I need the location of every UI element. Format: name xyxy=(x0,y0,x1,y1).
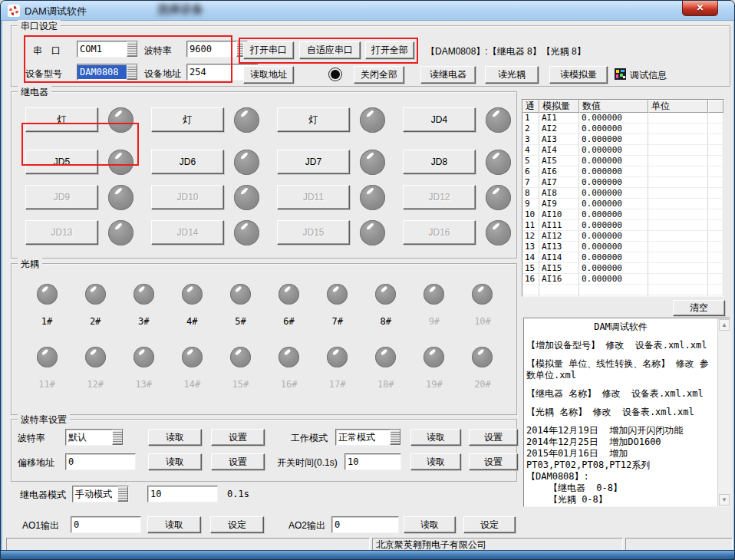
relay-button-6[interactable]: JD6 xyxy=(151,150,224,174)
relay-button-9[interactable]: JD9 xyxy=(25,185,98,209)
table-cell: 0.000000 xyxy=(579,113,648,124)
table-cell: 0.000000 xyxy=(579,209,648,220)
opto-label-3: 3# xyxy=(138,316,149,327)
read-analog-button[interactable]: 读模拟量 xyxy=(549,66,608,84)
auto-serial-button[interactable]: 自适应串口 xyxy=(299,41,361,59)
table-cell: 3 xyxy=(522,134,539,145)
opto-cell-15: 15# xyxy=(217,347,263,390)
offset-set-button[interactable]: 设置 xyxy=(211,453,265,470)
switch-time-input[interactable] xyxy=(344,453,401,470)
opto-cell-3: 3# xyxy=(120,284,166,327)
open-serial-button[interactable]: 打开串口 xyxy=(243,41,294,59)
table-row[interactable]: 14AI140.000000 xyxy=(522,252,723,263)
table-row[interactable]: 3AI30.000000 xyxy=(522,134,723,145)
opto-lamp-3 xyxy=(133,284,154,305)
table-cell: AI5 xyxy=(539,156,579,166)
relay-button-12[interactable]: JD12 xyxy=(403,185,476,209)
ao1-read-button[interactable]: 读取 xyxy=(147,516,201,533)
offset-read-button[interactable]: 读取 xyxy=(148,453,202,470)
table-row[interactable]: 2AI20.000000 xyxy=(522,124,723,134)
opto-cell-6: 6# xyxy=(266,284,312,327)
work-mode-select[interactable]: 正常模式 xyxy=(335,429,401,446)
relay-button-10[interactable]: JD10 xyxy=(151,185,224,209)
opto-lamp-12 xyxy=(85,347,106,367)
switch-read-button[interactable]: 读取 xyxy=(410,453,461,470)
table-row[interactable]: 1AI10.000000 xyxy=(522,113,723,124)
info-panel-scrollbar[interactable]: ▲ ▼ xyxy=(717,318,730,506)
table-row[interactable]: 15AI150.000000 xyxy=(522,263,723,274)
relay-button-13[interactable]: JD13 xyxy=(25,220,98,245)
close-all-button[interactable]: 关闭全部 xyxy=(354,66,404,84)
close-button[interactable]: ✕ xyxy=(682,1,718,16)
relay-mode-select[interactable]: 手动模式 xyxy=(72,486,129,502)
opto-lamp-17 xyxy=(327,347,348,367)
read-opto-button[interactable]: 读光耦 xyxy=(485,66,539,84)
relay-button-3[interactable]: 灯 xyxy=(277,107,350,132)
baud-set-button[interactable]: 设置 xyxy=(211,429,265,446)
baud-read-button[interactable]: 读取 xyxy=(148,429,202,446)
scroll-up-icon[interactable]: ▲ xyxy=(719,319,730,331)
relay-button-11[interactable]: JD11 xyxy=(277,185,350,209)
table-row[interactable]: 4AI40.000000 xyxy=(522,145,723,156)
table-row[interactable]: 13AI130.000000 xyxy=(522,242,723,252)
open-all-button[interactable]: 打开全部 xyxy=(365,41,414,59)
table-row[interactable]: 10AI100.000000 xyxy=(522,209,723,220)
relay-lamp-4 xyxy=(486,107,511,133)
table-cell: 13 xyxy=(522,242,539,252)
table-cell: 0.000000 xyxy=(579,134,648,145)
ao2-set-button[interactable]: 设定 xyxy=(463,516,516,533)
opto-label-18: 18# xyxy=(377,379,394,390)
table-row[interactable]: 16AI160.000000 xyxy=(522,274,723,285)
table-cell: 14 xyxy=(522,252,539,263)
relay-button-16[interactable]: JD16 xyxy=(403,220,476,245)
table-row[interactable]: 9AI90.000000 xyxy=(522,199,723,209)
table-cell xyxy=(648,295,708,297)
baud-setting-dropdown-icon[interactable] xyxy=(112,430,123,445)
switch-set-button[interactable]: 设置 xyxy=(469,453,518,470)
ao1-set-button[interactable]: 设定 xyxy=(210,516,264,533)
ao1-input[interactable] xyxy=(71,516,141,533)
table-row[interactable]: 8AI80.000000 xyxy=(522,188,723,199)
relay-button-7[interactable]: JD7 xyxy=(277,150,350,174)
relay-mode-dropdown-icon[interactable] xyxy=(117,486,128,502)
table-cell xyxy=(648,285,708,295)
relay-mode-time-input[interactable] xyxy=(147,486,218,502)
relay-button-5[interactable]: JD5 xyxy=(25,150,98,174)
baud-setting-select[interactable]: 默认 xyxy=(65,429,124,446)
table-row[interactable]: 6AI60.000000 xyxy=(522,166,723,177)
scroll-down-icon[interactable]: ▼ xyxy=(719,494,730,506)
work-mode-set-button[interactable]: 设置 xyxy=(469,429,518,446)
work-mode-read-button[interactable]: 读取 xyxy=(410,429,461,446)
work-mode-dropdown-icon[interactable] xyxy=(390,430,400,445)
opto-lamp-14 xyxy=(182,347,203,367)
table-cell: 0.000000 xyxy=(579,231,648,242)
relay-button-8[interactable]: JD8 xyxy=(403,150,476,174)
port-select[interactable]: COM1 xyxy=(77,41,138,58)
relay-button-1[interactable]: 灯 xyxy=(25,107,98,132)
table-cell xyxy=(648,199,708,209)
port-dropdown-icon[interactable] xyxy=(127,41,137,57)
opto-cell-2: 2# xyxy=(72,284,118,327)
table-row[interactable]: 11AI110.000000 xyxy=(522,220,723,231)
opto-lamp-18 xyxy=(375,347,396,367)
analog-col-header-3: 数值 xyxy=(579,100,648,113)
model-select[interactable]: DAM0808 xyxy=(77,64,138,81)
baudrate-select[interactable]: 9600 xyxy=(186,41,248,58)
opto-cell-7: 7# xyxy=(315,284,361,327)
table-row[interactable]: 7AI70.000000 xyxy=(522,177,723,188)
relay-button-4[interactable]: JD4 xyxy=(403,107,476,132)
table-cell: 0.000000 xyxy=(579,274,648,285)
relay-button-15[interactable]: JD15 xyxy=(277,220,350,245)
ao2-read-button[interactable]: 读取 xyxy=(404,516,456,533)
relay-button-14[interactable]: JD14 xyxy=(151,220,224,245)
clear-button[interactable]: 清空 xyxy=(673,300,725,316)
table-row[interactable]: 5AI50.000000 xyxy=(522,156,723,166)
ao2-input[interactable] xyxy=(331,516,399,533)
model-dropdown-icon[interactable] xyxy=(127,64,137,80)
offset-input[interactable] xyxy=(65,453,136,470)
table-row[interactable]: 12AI120.000000 xyxy=(522,231,723,242)
relay-button-2[interactable]: 灯 xyxy=(151,107,224,132)
read-address-button[interactable]: 读取地址 xyxy=(243,66,294,84)
title-bar: DAM调试软件 选择设备 ✕ xyxy=(1,1,734,21)
read-relay-button[interactable]: 读继电器 xyxy=(420,66,476,84)
